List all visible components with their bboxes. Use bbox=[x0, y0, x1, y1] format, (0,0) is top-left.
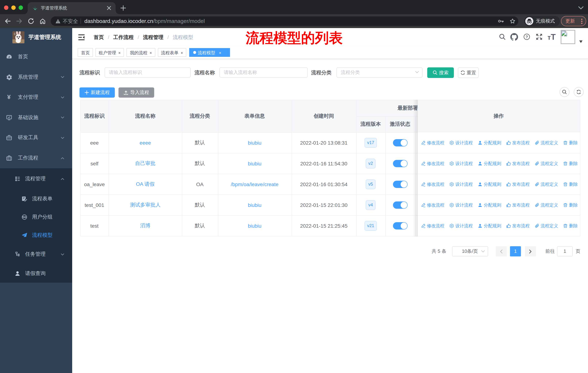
svg-text:?: ? bbox=[525, 35, 528, 39]
